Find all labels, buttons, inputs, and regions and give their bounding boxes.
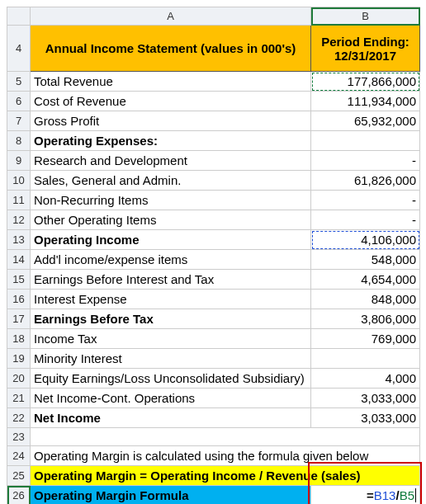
row-header-4[interactable]: 4 (7, 26, 31, 72)
column-header-row: A B (7, 7, 420, 26)
row-header-22[interactable]: 22 (7, 408, 31, 428)
cell-A14[interactable]: Add'l income/expense items (31, 250, 311, 270)
spreadsheet[interactable]: A B 4 Annual Income Statement (values in… (7, 7, 420, 504)
cell-A15[interactable]: Earnings Before Interest and Tax (31, 270, 311, 290)
cell-A22[interactable]: Net Income (31, 408, 311, 428)
row-header-18[interactable]: 18 (7, 329, 31, 349)
row-header-15[interactable]: 15 (7, 270, 31, 290)
cell-A9[interactable]: Research and Development (31, 151, 311, 171)
row-header-11[interactable]: 11 (7, 191, 31, 210)
cell-B4[interactable]: Period Ending: 12/31/2017 (311, 26, 420, 72)
formula-equals: = (367, 488, 374, 502)
table-row: 26 Operating Margin Formula =B13/B5 (7, 486, 420, 505)
row-header-21[interactable]: 21 (7, 389, 31, 408)
table-row: 5 Total Revenue 177,866,000 (7, 72, 420, 92)
row-header-23[interactable]: 23 (7, 428, 31, 446)
row-header-5[interactable]: 5 (7, 72, 31, 92)
cell-A20[interactable]: Equity Earnings/Loss Unconsolidated Subs… (31, 369, 311, 389)
cell-B12[interactable]: - (311, 210, 420, 230)
row-header-8[interactable]: 8 (7, 131, 31, 151)
cell-A25[interactable]: Operating Margin = Operating Income / Re… (31, 466, 420, 486)
table-row: 18 Income Tax 769,000 (7, 329, 420, 349)
row-header-19[interactable]: 19 (7, 349, 31, 369)
table-row: 6 Cost of Revenue 111,934,000 (7, 92, 420, 111)
table-row: 19 Minority Interest (7, 349, 420, 369)
column-header-B[interactable]: B (311, 7, 420, 26)
cell-B21[interactable]: 3,033,000 (311, 389, 420, 408)
cell-A7[interactable]: Gross Profit (31, 111, 311, 131)
cell-A4[interactable]: Annual Income Statement (values in 000's… (31, 26, 311, 72)
column-header-A[interactable]: A (31, 7, 311, 26)
select-all-corner[interactable] (7, 7, 31, 26)
cell-A24[interactable]: Operating Margin is calculated using the… (31, 446, 420, 466)
row-header-14[interactable]: 14 (7, 250, 31, 270)
table-row: 23 (7, 428, 420, 446)
cell-A23[interactable] (31, 428, 311, 446)
cell-A21[interactable]: Net Income-Cont. Operations (31, 389, 311, 408)
cell-B10[interactable]: 61,826,000 (311, 171, 420, 191)
row-header-6[interactable]: 6 (7, 92, 31, 111)
table-row: 17 Earnings Before Tax 3,806,000 (7, 309, 420, 329)
table-row: 7 Gross Profit 65,932,000 (7, 111, 420, 131)
cell-A17[interactable]: Earnings Before Tax (31, 309, 311, 329)
table-row: 10 Sales, General and Admin. 61,826,000 (7, 171, 420, 191)
row-header-17[interactable]: 17 (7, 309, 31, 329)
cell-B26[interactable]: =B13/B5 (311, 486, 420, 505)
row-header-24[interactable]: 24 (7, 446, 31, 466)
cell-B15[interactable]: 4,654,000 (311, 270, 420, 290)
row-header-16[interactable]: 16 (7, 290, 31, 309)
row-header-9[interactable]: 9 (7, 151, 31, 171)
table-row: 22 Net Income 3,033,000 (7, 408, 420, 428)
table-row: 14 Add'l income/expense items 548,000 (7, 250, 420, 270)
row-header-7[interactable]: 7 (7, 111, 31, 131)
table-row: 8 Operating Expenses: (7, 131, 420, 151)
cell-A16[interactable]: Interest Expense (31, 290, 311, 309)
table-row: 24 Operating Margin is calculated using … (7, 446, 420, 466)
cell-A5[interactable]: Total Revenue (31, 72, 311, 92)
table-header-row: 4 Annual Income Statement (values in 000… (7, 26, 420, 72)
cell-B23[interactable] (311, 428, 420, 446)
row-header-26[interactable]: 26 (7, 486, 31, 505)
cell-B6[interactable]: 111,934,000 (311, 92, 420, 111)
cell-B7[interactable]: 65,932,000 (311, 111, 420, 131)
table-row: 20 Equity Earnings/Loss Unconsolidated S… (7, 369, 420, 389)
row-header-25[interactable]: 25 (7, 466, 31, 486)
cell-A26[interactable]: Operating Margin Formula (31, 486, 311, 505)
cell-A18[interactable]: Income Tax (31, 329, 311, 349)
table-row: 12 Other Operating Items - (7, 210, 420, 230)
cell-B14[interactable]: 548,000 (311, 250, 420, 270)
row-header-20[interactable]: 20 (7, 369, 31, 389)
row-header-13[interactable]: 13 (7, 230, 31, 250)
cell-B17[interactable]: 3,806,000 (311, 309, 420, 329)
table-row: 21 Net Income-Cont. Operations 3,033,000 (7, 389, 420, 408)
row-header-10[interactable]: 10 (7, 171, 31, 191)
table-row: 9 Research and Development - (7, 151, 420, 171)
cell-B13[interactable]: 4,106,000 (311, 230, 420, 250)
cell-A12[interactable]: Other Operating Items (31, 210, 311, 230)
cell-B22[interactable]: 3,033,000 (311, 408, 420, 428)
table-row: 11 Non-Recurring Items - (7, 191, 420, 210)
table-row: 15 Earnings Before Interest and Tax 4,65… (7, 270, 420, 290)
row-header-12[interactable]: 12 (7, 210, 31, 230)
cell-B5[interactable]: 177,866,000 (311, 72, 420, 92)
cell-A10[interactable]: Sales, General and Admin. (31, 171, 311, 191)
table-row: 25 Operating Margin = Operating Income /… (7, 466, 420, 486)
table-row: 13 Operating Income 4,106,000 (7, 230, 420, 250)
cell-B9[interactable]: - (311, 151, 420, 171)
cell-B8[interactable] (311, 131, 420, 151)
cell-A6[interactable]: Cost of Revenue (31, 92, 311, 111)
table-row: 16 Interest Expense 848,000 (7, 290, 420, 309)
cell-B19[interactable] (311, 349, 420, 369)
formula-ref-B13: B13 (374, 488, 396, 502)
cell-B20[interactable]: 4,000 (311, 369, 420, 389)
cell-B16[interactable]: 848,000 (311, 290, 420, 309)
cell-A11[interactable]: Non-Recurring Items (31, 191, 311, 210)
cell-A13[interactable]: Operating Income (31, 230, 311, 250)
cell-B18[interactable]: 769,000 (311, 329, 420, 349)
cell-A8[interactable]: Operating Expenses: (31, 131, 311, 151)
formula-ref-B5: B5 (400, 488, 414, 502)
cell-B11[interactable]: - (311, 191, 420, 210)
cell-A19[interactable]: Minority Interest (31, 349, 311, 369)
